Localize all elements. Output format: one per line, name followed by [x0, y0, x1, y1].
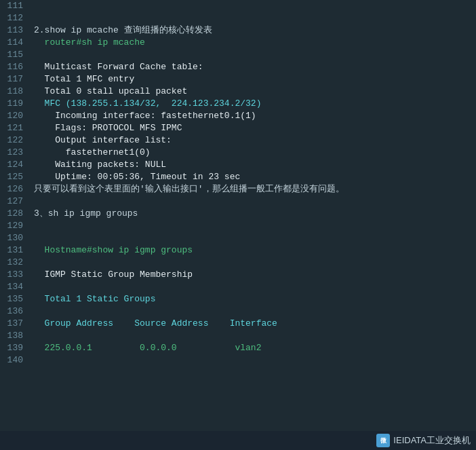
- code-line: 133 IGMP Static Group Membership: [0, 269, 476, 281]
- line-number: 118: [0, 86, 31, 98]
- line-number: 113: [0, 24, 31, 37]
- line-number: 136: [0, 305, 31, 318]
- line-content: router#sh ip mcache: [31, 37, 476, 49]
- line-number: 123: [0, 147, 31, 159]
- code-line: 121 Flags: PROTOCOL MFS IPMC: [0, 122, 476, 134]
- line-number: 133: [0, 269, 31, 281]
- code-line: 130: [0, 232, 476, 244]
- code-line: 117 Total 1 MFC entry: [0, 73, 476, 86]
- code-line: 120 Incoming interface: fastethernet0.1(…: [0, 110, 476, 122]
- line-number: 116: [0, 61, 31, 73]
- line-number: 134: [0, 281, 31, 293]
- line-content: fastethernet1(0): [31, 147, 476, 159]
- code-line: 1132.show ip mcache 查询组播的核心转发表: [0, 24, 476, 37]
- line-content: Total 1 MFC entry: [31, 73, 476, 86]
- line-number: 138: [0, 330, 31, 342]
- line-content: Hostname#show ip igmp groups: [31, 244, 476, 257]
- code-line: 123 fastethernet1(0): [0, 147, 476, 159]
- line-content: IGMP Static Group Membership: [31, 269, 476, 281]
- line-number: 112: [0, 12, 31, 24]
- code-line: 127: [0, 195, 476, 208]
- brand-badge: 微 IEIDATA工业交换机: [376, 434, 471, 447]
- line-number: 126: [0, 183, 31, 195]
- code-line: 122 Output interface list:: [0, 134, 476, 147]
- line-content: Incoming interface: fastethernet0.1(1): [31, 110, 476, 122]
- line-number: 132: [0, 257, 31, 269]
- code-line: 114 router#sh ip mcache: [0, 37, 476, 49]
- line-content: Flags: PROTOCOL MFS IPMC: [31, 122, 476, 134]
- code-line: 126只要可以看到这个表里面的'输入输出接口'，那么组播一般工作都是没有问题。: [0, 183, 476, 195]
- line-number: 130: [0, 232, 31, 244]
- bottom-bar: 微 IEIDATA工业交换机: [0, 431, 476, 450]
- line-number: 117: [0, 73, 31, 86]
- line-content: Output interface list:: [31, 134, 476, 147]
- code-line: 140: [0, 354, 476, 367]
- code-line: 118 Total 0 stall upcall packet: [0, 86, 476, 98]
- line-number: 140: [0, 354, 31, 367]
- line-content: Total 1 Static Groups: [31, 293, 476, 305]
- line-number: 120: [0, 110, 31, 122]
- code-line: 139 225.0.0.1 0.0.0.0 vlan2: [0, 342, 476, 354]
- line-number: 139: [0, 342, 31, 354]
- line-number: 137: [0, 318, 31, 330]
- brand-label: IEIDATA工业交换机: [393, 434, 471, 447]
- code-line: 132: [0, 257, 476, 269]
- line-number: 131: [0, 244, 31, 257]
- line-number: 125: [0, 171, 31, 183]
- code-line: 125 Uptime: 00:05:36, Timeout in 23 sec: [0, 171, 476, 183]
- code-line: 135 Total 1 Static Groups: [0, 293, 476, 305]
- code-line: 131 Hostname#show ip igmp groups: [0, 244, 476, 257]
- line-content: 2.show ip mcache 查询组播的核心转发表: [31, 24, 476, 37]
- line-number: 111: [0, 0, 31, 12]
- line-number: 114: [0, 37, 31, 49]
- code-line: 112: [0, 12, 476, 24]
- code-line: 138: [0, 330, 476, 342]
- line-number: 115: [0, 49, 31, 61]
- line-content: Multicast Forward Cache table:: [31, 61, 476, 73]
- line-number: 128: [0, 208, 31, 220]
- code-line: 111: [0, 0, 476, 12]
- line-content: 225.0.0.1 0.0.0.0 vlan2: [31, 342, 476, 354]
- line-content: Waiting packets: NULL: [31, 159, 476, 171]
- line-content: Uptime: 00:05:36, Timeout in 23 sec: [31, 171, 476, 183]
- line-number: 135: [0, 293, 31, 305]
- line-number: 129: [0, 220, 31, 232]
- code-line: 124 Waiting packets: NULL: [0, 159, 476, 171]
- code-line: 129: [0, 220, 476, 232]
- code-block: 1111121132.show ip mcache 查询组播的核心转发表114 …: [0, 0, 476, 367]
- line-number: 122: [0, 134, 31, 147]
- line-content: MFC (138.255.1.134/32, 224.123.234.2/32): [31, 98, 476, 110]
- code-line: 115: [0, 49, 476, 61]
- line-content: Group Address Source Address Interface: [31, 318, 476, 330]
- code-line: 116 Multicast Forward Cache table:: [0, 61, 476, 73]
- code-line: 1283、sh ip igmp groups: [0, 208, 476, 220]
- line-number: 124: [0, 159, 31, 171]
- line-number: 121: [0, 122, 31, 134]
- line-number: 119: [0, 98, 31, 110]
- line-content: 只要可以看到这个表里面的'输入输出接口'，那么组播一般工作都是没有问题。: [31, 183, 476, 195]
- code-line: 119 MFC (138.255.1.134/32, 224.123.234.2…: [0, 98, 476, 110]
- line-content: Total 0 stall upcall packet: [31, 86, 476, 98]
- line-number: 127: [0, 195, 31, 208]
- code-line: 137 Group Address Source Address Interfa…: [0, 318, 476, 330]
- brand-icon: 微: [376, 434, 390, 447]
- line-content: 3、sh ip igmp groups: [31, 208, 476, 220]
- code-line: 134: [0, 281, 476, 293]
- code-line: 136: [0, 305, 476, 318]
